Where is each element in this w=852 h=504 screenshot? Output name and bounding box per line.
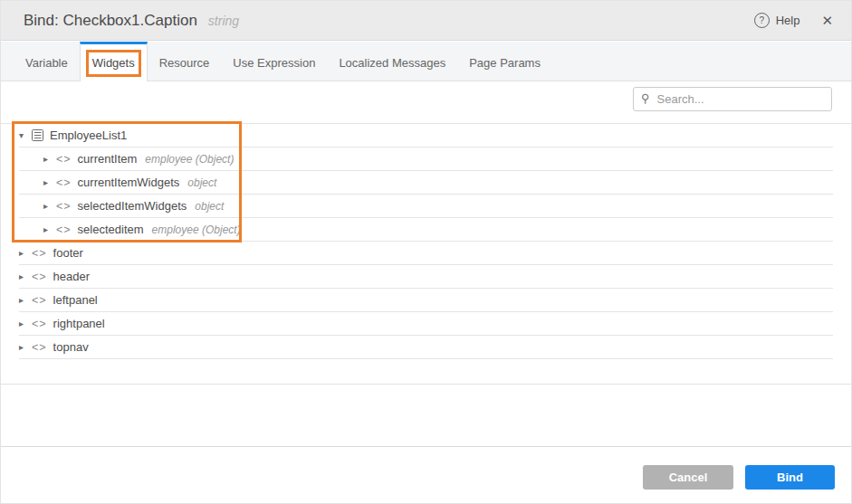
code-icon: <> [56,200,72,213]
tree-item-label: currentItemWidgets [78,176,180,189]
code-icon: <> [32,341,47,354]
tab-label: Page Params [469,56,541,70]
tree-item-employeelist1[interactable]: ▾EmployeeList1 [19,124,833,147]
tree-item-rightpanel[interactable]: ▸<>rightpanel [19,312,833,336]
tab-label: Widgets [92,56,135,70]
chevron-right-icon[interactable]: ▸ [19,319,32,328]
widget-tree: ▾EmployeeList1▸<>currentItememployee (Ob… [1,123,851,359]
bind-dialog: Bind: Checkbox1.Caption string ? Help ✕ … [0,0,852,504]
code-icon: <> [32,318,47,330]
tree-item-header[interactable]: ▸<>header [19,265,833,289]
tree-item-currentitem[interactable]: ▸<>currentItememployee (Object) [19,147,833,171]
search-icon: ⚲ [641,91,650,105]
help-label: Help [776,14,800,27]
list-widget-icon [32,129,43,141]
tree-item-topnav[interactable]: ▸<>topnav [19,336,833,359]
code-icon: <> [56,153,72,166]
search-box[interactable]: ⚲ [633,87,832,111]
footer-divider [1,446,851,447]
tree-item-label: topnav [53,340,89,354]
dialog-title: Bind: Checkbox1.Caption [24,12,197,30]
tab-resource[interactable]: Resource [148,42,222,81]
tab-bar: VariableWidgetsResourceUse ExpressionLoc… [1,42,851,81]
tree-item-label: EmployeeList1 [50,128,127,142]
search-row: ⚲ [633,87,832,111]
tab-label: Use Expression [233,56,315,70]
chevron-right-icon[interactable]: ▸ [43,154,56,164]
chevron-right-icon[interactable]: ▸ [19,295,32,305]
dialog-header: Bind: Checkbox1.Caption string ? Help ✕ [1,1,851,41]
tab-label: Resource [159,56,210,70]
tree-item-label: selecteditem [78,223,144,236]
tab-widgets[interactable]: Widgets [80,42,148,81]
tree-item-label: selectedItemWidgets [78,199,187,213]
tab-use-expression[interactable]: Use Expression [221,42,327,81]
chevron-right-icon[interactable]: ▸ [43,177,56,187]
tab-localized-messages[interactable]: Localized Messages [327,42,457,81]
bind-button[interactable]: Bind [745,465,835,490]
chevron-right-icon[interactable]: ▸ [19,342,32,352]
tab-page-params[interactable]: Page Params [457,42,552,81]
tree-item-label: rightpanel [53,317,105,330]
tree-item-label: currentItem [78,152,138,166]
tree-item-type: object [195,200,224,213]
tree-item-type: employee (Object) [145,153,234,166]
code-icon: <> [32,294,47,307]
help-icon: ? [754,13,770,28]
tree-item-leftpanel[interactable]: ▸<>leftpanel [19,289,833,312]
code-icon: <> [32,271,47,283]
tree-item-label: footer [53,246,83,260]
tree-bottom-divider [1,384,851,385]
tab-label: Localized Messages [339,56,445,70]
chevron-right-icon[interactable]: ▸ [43,201,56,211]
code-icon: <> [56,176,72,189]
tree-item-type: employee (Object) [152,223,241,236]
tree-item-label: header [53,270,90,283]
tab-label: Variable [25,56,68,70]
code-icon: <> [56,223,72,236]
search-input[interactable] [656,91,824,107]
chevron-right-icon[interactable]: ▸ [19,248,32,258]
dialog-type-hint: string [208,14,239,28]
tree-item-currentitemwidgets[interactable]: ▸<>currentItemWidgetsobject [19,171,833,195]
tree-item-footer[interactable]: ▸<>footer [19,242,833,265]
chevron-right-icon[interactable]: ▸ [43,224,56,234]
cancel-button[interactable]: Cancel [643,465,733,490]
tree-item-type: object [187,176,216,189]
close-icon[interactable]: ✕ [821,14,833,27]
code-icon: <> [32,247,47,260]
tree-item-selecteditem[interactable]: ▸<>selecteditememployee (Object) [19,218,833,242]
tree-item-selecteditemwidgets[interactable]: ▸<>selectedItemWidgetsobject [19,195,833,218]
chevron-right-icon[interactable]: ▸ [19,271,32,281]
tab-variable[interactable]: Variable [14,42,80,81]
help-button[interactable]: ? Help [754,13,800,28]
chevron-down-icon[interactable]: ▾ [19,130,32,140]
tree-item-label: leftpanel [53,293,98,307]
